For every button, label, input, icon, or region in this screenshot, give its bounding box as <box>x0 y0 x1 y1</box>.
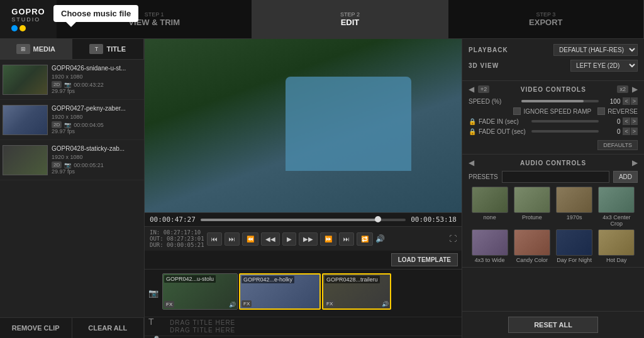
ignore-speed-ramp-checkbox[interactable] <box>513 107 521 115</box>
add-preset-button[interactable]: ADD <box>613 171 638 183</box>
sound-icon-3: 🔊 <box>382 301 389 307</box>
playback-section: PLAYBACK DEFAULT (HALF-RES) FULL RES HAL… <box>462 39 644 81</box>
drag-title-area: DRAG TITLE HERE DRAG TITLE HERE <box>145 317 462 335</box>
clip-info-1: GOPR0426-snidane-u-st... 1920 x 1080 2D … <box>48 63 142 95</box>
badge-cam-1: 📷 <box>64 82 71 88</box>
timeline-tracks: GOPR042...u-stolu FX 🔊 GOPR042...e-holky… <box>162 270 462 313</box>
3d-view-select[interactable]: LEFT EYE (2D) RIGHT EYE (2D) 3D <box>570 60 638 72</box>
checkboxes-row: IGNORE SPEED RAMP REVERSE <box>469 107 638 115</box>
vc-badge2: x2 <box>617 85 628 93</box>
presets-input[interactable] <box>502 171 609 183</box>
fade-out-slider[interactable] <box>531 130 599 133</box>
speed-slider[interactable] <box>521 100 599 102</box>
preset-4x3center[interactable]: 4x3 Center Crop <box>597 187 636 227</box>
preset-4x3wide[interactable]: 4x3 to Wide <box>470 229 509 263</box>
title-tab-label: TITLE <box>106 45 126 53</box>
vc-arrow-left[interactable]: ◀ <box>469 85 474 94</box>
step2-name: EDIT <box>341 18 360 27</box>
remove-clip-button[interactable]: REMOVE CLIP <box>0 318 72 338</box>
ac-arrow-right[interactable]: ▶ <box>632 158 638 167</box>
preset-label-1970s: 1970s <box>567 214 582 221</box>
preset-1970s[interactable]: 1970s <box>555 187 594 227</box>
media-tabs: ⊞ MEDIA T TITLE <box>0 39 144 60</box>
loop-button[interactable]: 🔁 <box>357 232 373 246</box>
speed-more-button[interactable]: > <box>631 97 638 105</box>
next-frame-button[interactable]: ⏭ <box>339 232 354 246</box>
fade-out-less-button[interactable]: < <box>623 128 630 135</box>
fade-in-value: 0 <box>601 118 620 125</box>
preset-thumb-candy <box>514 229 550 256</box>
play-button[interactable]: ▶ <box>282 232 296 246</box>
fast-forward-button[interactable]: ▶▶ <box>299 232 318 246</box>
clear-all-button[interactable]: CLEAR ALL <box>72 318 145 338</box>
clip-list: GOPR0426-snidane-u-st... 1920 x 1080 2D … <box>0 60 144 317</box>
speed-label: SPEED (%) <box>469 98 519 105</box>
speed-less-button[interactable]: < <box>623 97 630 105</box>
preset-day-for-night[interactable]: Day For Night <box>555 229 594 263</box>
timeline-clip-1[interactable]: GOPR042...u-stolu FX 🔊 <box>162 273 238 310</box>
forward-button[interactable]: ⏩ <box>320 232 336 246</box>
fast-rewind-button[interactable]: ◀◀ <box>261 232 280 246</box>
skip-to-start-button[interactable]: ⏮ <box>207 232 222 246</box>
list-item[interactable]: GOPR0428-staticky-zab... 1920 x 1080 2D … <box>0 140 144 180</box>
timeline-clip-3[interactable]: GOPR0428...traileru FX 🔊 <box>322 273 391 310</box>
fade-in-less-button[interactable]: < <box>623 117 630 125</box>
timeline-clip-2[interactable]: GOPR042...e-holky FX <box>239 273 321 310</box>
prev-frame-button[interactable]: ⏭ <box>225 232 240 246</box>
presets-label: PRESETS <box>469 173 498 180</box>
time-handle <box>375 216 381 222</box>
preset-none[interactable]: none <box>470 187 509 227</box>
vc-title: VIDEO CONTROLS <box>493 86 613 93</box>
clip-thumb-2 <box>3 105 48 135</box>
playback-row: PLAYBACK DEFAULT (HALF-RES) FULL RES HAL… <box>469 44 638 56</box>
logo-sub: STUDIO <box>11 16 45 23</box>
fade-in-slider[interactable] <box>531 120 599 123</box>
ac-header: ◀ AUDIO CONTROLS ▶ <box>469 158 638 167</box>
rewind-button[interactable]: ⏪ <box>242 232 258 246</box>
list-item[interactable]: GOPR0426-snidane-u-st... 1920 x 1080 2D … <box>0 60 144 100</box>
fade-in-label: FADE IN (sec) <box>479 118 529 125</box>
header: GOPRO STUDIO Choose music file STEP 1 VI… <box>0 0 644 39</box>
clip-badges-2: 2D 📷 00:00:04:05 <box>52 121 138 128</box>
load-template-button[interactable]: LOAD TEMPLATE <box>391 253 458 266</box>
playback-select[interactable]: DEFAULT (HALF-RES) FULL RES HALF RES <box>553 44 638 56</box>
clip-res-1: 1920 x 1080 <box>52 74 138 80</box>
logo-dots <box>11 25 45 31</box>
fullscreen-icon[interactable]: ⛶ <box>449 234 457 243</box>
preset-thumb-4x3center <box>598 187 635 213</box>
clip-info-3: GOPR0428-staticky-zab... 1920 x 1080 2D … <box>48 144 142 176</box>
ac-title: AUDIO CONTROLS <box>474 160 632 166</box>
volume-icon[interactable]: 🔊 <box>375 234 385 243</box>
camera-icon: 📷 <box>148 288 158 298</box>
main-layout: ⊞ MEDIA T TITLE GOPR0426-snidane-u-st...… <box>0 39 644 338</box>
reset-all-button[interactable]: RESET ALL <box>508 317 598 333</box>
preset-protune[interactable]: Protune <box>512 187 552 227</box>
tab-export[interactable]: STEP 3 EXPORT <box>448 0 644 38</box>
defaults-button[interactable]: DEFAULTS <box>597 140 638 150</box>
out-label: OUT: 08:27:23:01 <box>150 236 204 242</box>
reverse-checkbox[interactable] <box>597 107 605 115</box>
time-slider[interactable] <box>201 219 406 221</box>
clip-badges-1: 2D 📷 00:00:43:22 <box>52 81 138 88</box>
clip-info-2: GOPR0427-pekny-zaber... 1920 x 1080 2D 📷… <box>48 104 142 136</box>
fade-in-more-button[interactable]: > <box>631 117 638 125</box>
preset-label-4x3center: 4x3 Center Crop <box>597 214 636 227</box>
badge-2d-3: 2D <box>52 161 62 168</box>
tab-edit[interactable]: STEP 2 EDIT <box>252 0 448 38</box>
list-item[interactable]: GOPR0427-pekny-zaber... 1920 x 1080 2D 📷… <box>0 100 144 140</box>
step2-num: STEP 2 <box>340 11 360 18</box>
clip-badges-3: 2D 📷 00:00:05:21 <box>52 161 138 168</box>
tab-title[interactable]: T TITLE <box>72 39 145 59</box>
fade-out-more-button[interactable]: > <box>631 128 638 135</box>
step3-num: STEP 3 <box>536 11 555 18</box>
vc-arrow-right[interactable]: ▶ <box>632 85 638 94</box>
preset-candy-color[interactable]: Candy Color <box>512 229 552 263</box>
time-slider-fill <box>201 219 381 221</box>
clip-dur-3: 00:00:05:21 <box>74 162 104 168</box>
preset-label-hotday: Hot Day <box>606 257 627 263</box>
preset-thumb-daynight <box>556 229 592 256</box>
ac-arrow-left[interactable]: ◀ <box>469 158 474 167</box>
tab-media[interactable]: ⊞ MEDIA <box>0 39 72 59</box>
preset-hot-day[interactable]: Hot Day <box>597 229 636 263</box>
badge-cam-3: 📷 <box>64 162 71 168</box>
